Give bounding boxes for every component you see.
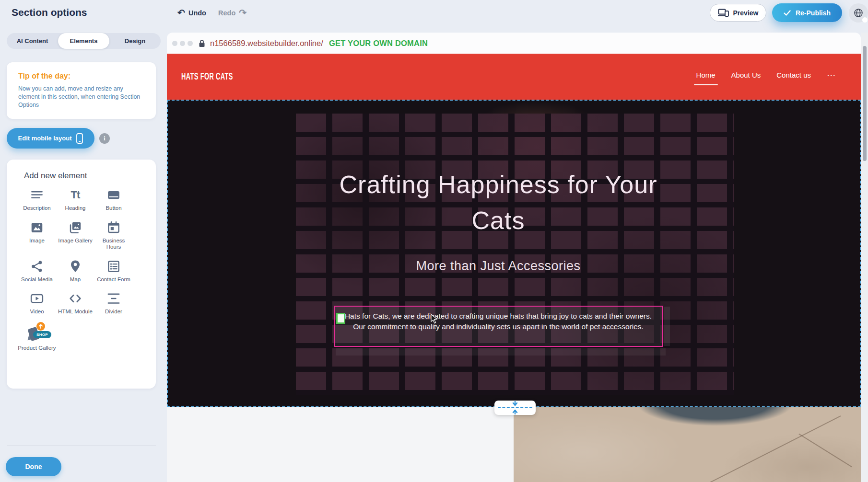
site-nav: Home About Us Contact us ⋯ <box>696 71 836 81</box>
floor-tile-line <box>798 434 852 468</box>
add-element-image-gallery[interactable]: Image Gallery <box>56 220 94 251</box>
upgrade-arrow-badge <box>36 322 45 331</box>
heading-icon: Tt <box>71 187 80 203</box>
globe-notification-dot <box>862 17 868 23</box>
arrow-down-icon <box>512 401 518 406</box>
add-element-divider[interactable]: Divider <box>94 291 133 315</box>
selection-highlight-right <box>664 307 670 346</box>
lock-icon <box>199 39 205 47</box>
done-button[interactable]: Done <box>6 457 61 476</box>
edit-mobile-layout-label: Edit mobile layout <box>18 135 72 142</box>
tip-title: Tip of the day: <box>18 72 144 80</box>
contact-form-icon <box>106 259 121 274</box>
product-gallery-icon: SHOP <box>26 323 48 343</box>
scrollbar-track[interactable] <box>861 33 868 482</box>
tip-body: Now you can add, move and resize any ele… <box>18 85 141 109</box>
phone-icon <box>76 133 83 144</box>
add-element-video[interactable]: Video <box>18 291 56 315</box>
check-icon <box>784 10 791 16</box>
add-element-heading[interactable]: Tt Heading <box>56 187 94 212</box>
add-element-html-module[interactable]: HTML Module <box>56 291 94 315</box>
site-logo[interactable]: HATS FOR CATS <box>181 71 233 82</box>
element-grid: Description Tt Heading Button <box>18 187 138 351</box>
html-code-icon <box>68 291 82 306</box>
scrollbar-thumb[interactable] <box>863 46 867 161</box>
section-divider-line <box>498 407 532 408</box>
edit-mobile-layout-button[interactable]: Edit mobile layout <box>7 128 94 149</box>
hero-section[interactable]: Crafting Happiness for Your Cats More th… <box>167 100 861 407</box>
panel-tabs: AI Content Elements Design <box>7 33 161 49</box>
add-new-element-card: Add new element Description Tt Heading <box>7 160 156 389</box>
arrow-up-icon <box>512 409 518 414</box>
hero-body-text[interactable]: Hats for Cats, we are dedicated to craft… <box>335 311 662 332</box>
section-resize-handle[interactable] <box>494 401 536 415</box>
redo-icon: ↷ <box>239 7 246 18</box>
browser-chrome-bar: n1566589.websitebuilder.online/ GET YOUR… <box>167 33 861 54</box>
info-icon[interactable]: i <box>99 133 110 144</box>
next-section-background <box>167 407 514 482</box>
tip-of-the-day-card: Tip of the day: Now you can add, move an… <box>7 62 156 119</box>
add-element-product-gallery[interactable]: SHOP Product Gallery <box>18 323 56 352</box>
hero-subheading[interactable]: More than Just Accessories <box>167 259 830 274</box>
site-header: HATS FOR CATS Home About Us Contact us ⋯ <box>167 54 861 100</box>
nav-contact-us[interactable]: Contact us <box>776 71 811 81</box>
business-hours-icon <box>106 220 121 235</box>
map-pin-icon <box>68 259 82 274</box>
undo-button[interactable]: ↶ Undo <box>177 7 206 18</box>
undo-icon: ↶ <box>177 7 185 18</box>
add-element-social-media[interactable]: Social Media <box>18 259 56 283</box>
tab-ai-content[interactable]: AI Content <box>7 33 58 49</box>
devices-icon <box>718 9 729 17</box>
add-element-contact-form[interactable]: Contact Form <box>94 259 133 283</box>
tab-elements[interactable]: Elements <box>58 33 109 49</box>
nav-home[interactable]: Home <box>696 71 716 81</box>
selection-highlight-bottom <box>336 348 666 356</box>
video-icon <box>30 291 44 306</box>
get-domain-link[interactable]: GET YOUR OWN DOMAIN <box>329 39 428 48</box>
add-element-button[interactable]: Button <box>94 187 133 212</box>
hero-heading[interactable]: Crafting Happiness for Your Cats <box>167 167 830 239</box>
add-element-title: Add new element <box>24 171 87 181</box>
add-element-map[interactable]: Map <box>56 259 94 283</box>
window-dot <box>180 41 185 46</box>
republish-button[interactable]: Re-Publish <box>772 3 842 22</box>
window-dot <box>188 41 193 46</box>
nav-about-us[interactable]: About Us <box>731 71 761 81</box>
globe-icon <box>854 8 863 18</box>
add-element-description[interactable]: Description <box>18 187 56 212</box>
site-url[interactable]: n1566589.websitebuilder.online/ <box>210 39 323 48</box>
redo-button[interactable]: Redo ↷ <box>218 7 246 18</box>
preview-button[interactable]: Preview <box>710 4 766 22</box>
social-media-icon <box>30 259 44 274</box>
description-icon <box>30 187 44 203</box>
divider-icon <box>106 291 121 306</box>
floor-tile-line <box>700 415 841 482</box>
window-dot <box>172 41 177 46</box>
add-element-business-hours[interactable]: Business Hours <box>94 220 133 251</box>
image-icon <box>30 220 44 235</box>
page-title: Section options <box>12 7 87 18</box>
next-section-photo <box>514 407 861 482</box>
button-icon <box>106 187 121 203</box>
hero-content: Crafting Happiness for Your Cats More th… <box>167 100 830 407</box>
tab-design[interactable]: Design <box>109 33 161 49</box>
panel-divider <box>7 446 156 446</box>
add-element-image[interactable]: Image <box>18 220 56 251</box>
image-gallery-icon <box>68 220 82 235</box>
app-window: Section options AI Content Elements Desi… <box>0 0 868 482</box>
shop-badge: SHOP <box>33 331 51 338</box>
selected-text-block[interactable]: Hats for Cats, we are dedicated to craft… <box>334 306 663 347</box>
nav-more-menu[interactable]: ⋯ <box>827 73 836 80</box>
